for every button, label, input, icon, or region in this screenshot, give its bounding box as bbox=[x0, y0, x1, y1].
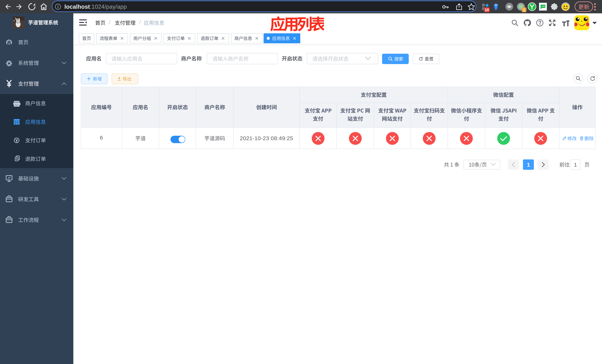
svg-text:10: 10 bbox=[485, 8, 489, 12]
svg-text:1: 1 bbox=[523, 8, 525, 12]
